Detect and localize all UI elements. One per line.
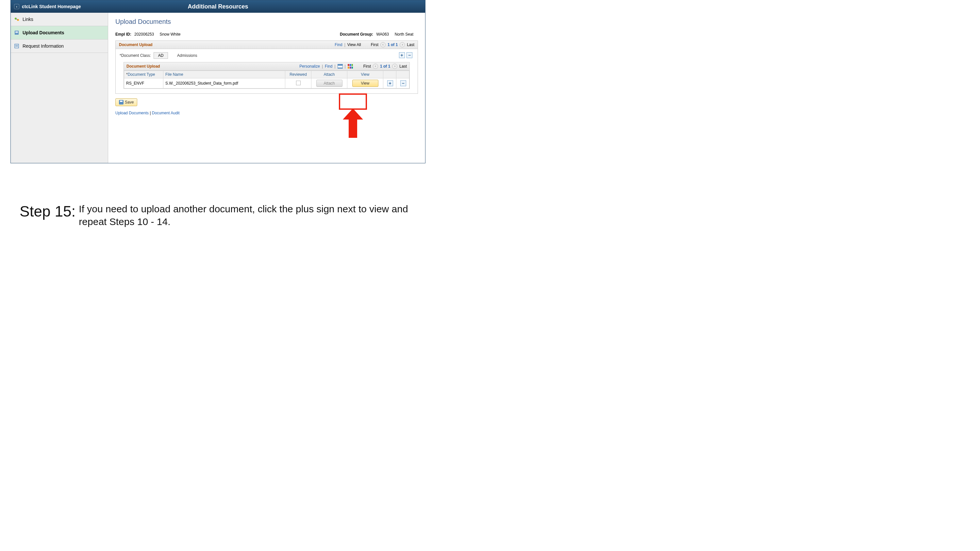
inner-document-upload-panel: Document Upload Personalize | Find | | [124,62,410,89]
personalize-link[interactable]: Personalize [299,64,320,68]
outer-delete-row-button[interactable]: − [407,52,412,58]
doc-class-input[interactable] [154,52,168,59]
document-audit-link[interactable]: Document Audit [152,111,180,115]
instruction-step-label: Step 15: [20,203,75,220]
empl-id-label: Empl ID: [115,32,131,37]
outer-panel-body: Document Class: Admissions + − Document … [116,49,418,94]
cell-doc-type: RS_ENVF [124,78,163,89]
inner-panel-title: Document Upload [126,64,160,68]
upload-documents-link[interactable]: Upload Documents [115,111,149,115]
doc-class-desc: Admissions [177,53,197,58]
cell-file-name: S.W._202006253_Student_Data_form.pdf [163,78,285,89]
page-title: Upload Documents [115,18,418,25]
sidebar-item-label: Links [22,17,33,22]
inner-prev-button[interactable]: ‹ [373,64,378,69]
outer-panel-head: Document Upload Find | View All First ‹ … [116,41,418,49]
inner-first-label: First [363,64,371,68]
doc-group-code: WA063 [376,32,389,37]
empl-name-value: Snow White [159,32,180,37]
sidebar-item-links[interactable]: Links [11,13,108,26]
doc-group-label: Document Group: [340,32,373,37]
download-icon[interactable] [337,64,343,68]
outer-panel-title: Document Upload [119,43,153,47]
view-all-link[interactable]: View All [347,43,361,47]
inner-add-row-button[interactable]: + [387,80,393,86]
reviewed-checkbox[interactable] [296,81,301,85]
annotation-highlight-box [339,94,367,110]
svg-rect-6 [15,45,18,46]
inner-delete-row-button[interactable]: − [400,80,406,86]
back-label: ctcLink Student Homepage [22,4,81,9]
col-attach[interactable]: Attach [312,71,347,78]
first-label: First [371,43,379,47]
save-label: Save [125,100,134,105]
attach-button[interactable]: Attach [316,80,342,87]
save-disk-icon [119,100,124,105]
save-button[interactable]: Save [115,98,137,106]
outer-counter: 1 of 1 [388,43,398,47]
chevron-left-icon: ‹ [14,4,19,9]
doc-class-label: Document Class: [119,53,151,58]
find-link[interactable]: Find [335,43,342,47]
empl-id-value: 202006253 [134,32,154,37]
sidebar-item-label: Request Information [22,43,64,49]
sidebar-item-upload-documents[interactable]: Upload Documents [11,26,108,40]
inner-counter: 1 of 1 [380,64,390,68]
table-row: RS_ENVF S.W._202006253_Student_Data_form… [124,78,409,89]
document-upload-table: Document Type File Name Reviewed Attach … [124,71,409,89]
bottom-links: Upload Documents | Document Audit [115,111,418,115]
col-reviewed[interactable]: Reviewed [285,71,312,78]
meta-right: Document Group: WA063 North Seat [340,32,418,37]
app-window: ‹ ctcLink Student Homepage Additional Re… [10,0,425,163]
meta-row: Empl ID: 202006253 Snow White Document G… [115,32,418,37]
inner-next-button[interactable]: › [392,64,397,69]
instruction-text: If you need to upload another document, … [79,203,438,228]
zoom-grid-icon[interactable] [348,64,353,68]
sidebar: Links Upload Documents Request Informati… [11,13,108,163]
prev-button[interactable]: ‹ [380,42,386,48]
back-button[interactable]: ‹ ctcLink Student Homepage [14,4,81,9]
meta-left: Empl ID: 202006253 Snow White [115,32,185,37]
last-label: Last [407,43,414,47]
next-button[interactable]: › [399,42,405,48]
topbar: ‹ ctcLink Student Homepage Additional Re… [11,0,425,13]
col-document-type[interactable]: Document Type [124,71,163,78]
sidebar-item-label: Upload Documents [22,30,64,35]
svg-rect-3 [15,31,18,32]
sidebar-item-request-information[interactable]: Request Information [11,40,108,53]
col-view[interactable]: View [347,71,383,78]
upload-documents-icon [14,30,20,35]
svg-rect-4 [15,32,18,33]
main-content: Upload Documents Empl ID: 202006253 Snow… [108,13,425,163]
outer-document-upload-panel: Document Upload Find | View All First ‹ … [115,41,418,94]
links-icon [14,17,20,22]
instruction-block: Step 15: If you need to upload another d… [20,203,967,228]
inner-last-label: Last [399,64,407,68]
col-file-name[interactable]: File Name [163,71,285,78]
inner-panel-head: Document Upload Personalize | Find | | [124,62,409,71]
doc-group-name: North Seat [395,32,414,37]
request-information-icon [14,43,20,49]
outer-add-row-button[interactable]: + [399,52,405,58]
inner-find-link[interactable]: Find [325,64,332,68]
svg-rect-7 [15,46,18,47]
view-button[interactable]: View [352,80,379,87]
